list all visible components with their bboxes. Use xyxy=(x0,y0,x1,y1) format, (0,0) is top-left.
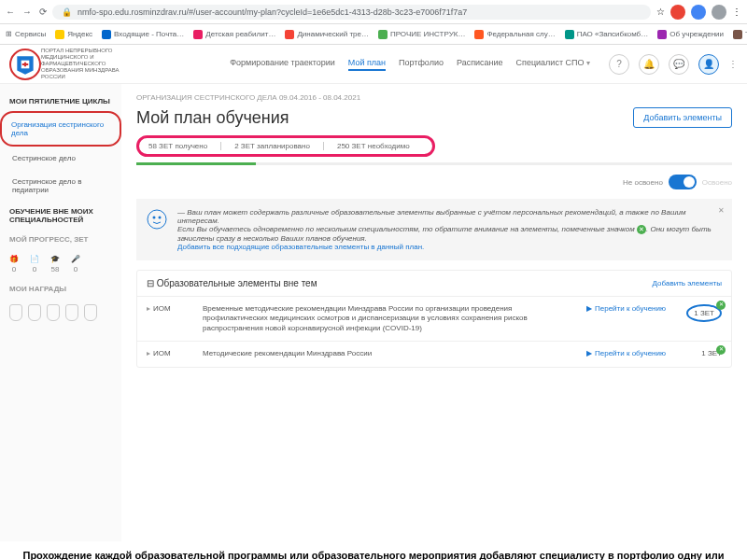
logo-text: ПОРТАЛ НЕПРЕРЫВНОГО МЕДИЦИНСКОГО И ФАРМА… xyxy=(41,48,134,81)
zet-stats: 58 ЗЕТ получено 2 ЗЕТ запланировано 250 … xyxy=(136,135,435,157)
sidebar-title-cycles: МОИ ПЯТИЛЕТНИЕ ЦИКЛЫ xyxy=(0,91,121,111)
nav-arrows: ← → ⟳ xyxy=(6,7,47,17)
bookmark-item[interactable]: Федеральная слу… xyxy=(474,30,555,39)
breadcrumb: ОРГАНИЗАЦИЯ СЕСТРИНСКОГО ДЕЛА 09.04.2016… xyxy=(136,93,732,102)
ext-icon[interactable] xyxy=(670,5,685,20)
sidebar-title-other: ОБУЧЕНИЕ ВНЕ МОИХ СПЕЦИАЛЬНОСТЕЙ xyxy=(0,202,121,230)
zet-received: 58 ЗЕТ получено xyxy=(148,142,221,150)
menu-dots-icon[interactable]: ⋮ xyxy=(728,59,738,69)
nav-tabs: Формирование траектории Мой план Портфол… xyxy=(230,58,590,71)
progress-icons: 🎁0 📄0 🎓58 🎤0 xyxy=(0,249,121,279)
awards-row xyxy=(0,299,121,327)
bell-icon[interactable]: 🔔 xyxy=(639,54,659,75)
award-icon xyxy=(47,304,60,321)
course-row: ▸ИОМ Методические рекомендации Минздрава… xyxy=(137,341,731,366)
course-desc: Временные методические рекомендации Минз… xyxy=(203,304,577,333)
multi-badge-icon: ✕ xyxy=(637,225,646,234)
award-icon xyxy=(28,304,41,321)
profile-avatar[interactable] xyxy=(691,5,706,20)
svg-point-0 xyxy=(148,210,166,229)
reload-icon[interactable]: ⟳ xyxy=(39,7,47,17)
tab-trajectory[interactable]: Формирование траектории xyxy=(230,58,335,71)
bookmark-item[interactable]: ПАО «Запсибкомб… xyxy=(565,30,649,39)
toggle-row: Не освоено Освоено xyxy=(136,175,732,189)
forward-icon[interactable]: → xyxy=(22,7,32,17)
app-header: ПОРТАЛ НЕПРЕРЫВНОГО МЕДИЦИНСКОГО И ФАРМА… xyxy=(0,45,747,84)
course-link[interactable]: ▶Перейти к обучению xyxy=(586,349,666,357)
bookmark-item[interactable]: Тюменская госуда… xyxy=(733,30,747,39)
prog-grad: 🎓58 xyxy=(50,255,60,273)
sidebar-title-progress: МОЙ ПРОГРЕСС, ЗЕТ xyxy=(0,230,121,249)
course-type: ▸ИОМ xyxy=(147,304,193,313)
bookmark-item[interactable]: Детская реабилит… xyxy=(193,30,275,39)
header-icons: ? 🔔 💬 👤 ⋮ xyxy=(609,54,738,75)
browser-toolbar: ← → ⟳ 🔒 nmfo-spo.edu.rosminzdrav.ru/#/us… xyxy=(0,0,747,24)
course-desc: Методические рекомендации Минздрава Росс… xyxy=(203,349,577,358)
elements-section: ⊟ Образовательные элементы вне тем Добав… xyxy=(136,270,732,368)
course-zet: 1 ЗЕТ✕ xyxy=(675,349,722,357)
mastered-toggle[interactable] xyxy=(669,175,697,189)
browser-profile-icons: ☆ ⋮ xyxy=(656,5,741,20)
progress-bar xyxy=(136,162,732,165)
toggle-label-right: Освоено xyxy=(702,178,732,187)
course-zet: 1 ЗЕТ✕ xyxy=(675,304,722,322)
course-type: ▸ИОМ xyxy=(147,349,193,357)
add-elements-button[interactable]: Добавить элементы xyxy=(633,107,732,128)
prog-doc: 📄0 xyxy=(30,255,39,273)
bookmark-item[interactable]: Входящие - Почта… xyxy=(102,30,184,39)
tab-myplan[interactable]: Мой план xyxy=(348,58,386,71)
info-box: — Ваш план может содержать различные обр… xyxy=(136,199,732,260)
award-icon xyxy=(65,304,78,321)
sidebar: МОИ ПЯТИЛЕТНИЕ ЦИКЛЫ Организация сестрин… xyxy=(0,84,121,541)
svg-point-2 xyxy=(159,217,162,219)
svg-point-1 xyxy=(153,217,156,219)
bookmark-item[interactable]: Яндекс xyxy=(55,30,92,39)
course-row: ▸ИОМ Временные методические рекомендации… xyxy=(137,296,731,341)
zet-planned: 2 ЗЕТ запланировано xyxy=(234,142,324,150)
logo-circled xyxy=(9,49,41,80)
sidebar-item-pediatrics[interactable]: Сестринское дело в педиатрии xyxy=(0,170,121,202)
sidebar-title-awards: МОИ НАГРАДЫ xyxy=(0,279,121,299)
help-icon[interactable]: ? xyxy=(609,54,629,75)
prog-mic: 🎤0 xyxy=(71,255,80,273)
url-text: nmfo-spo.edu.rosminzdrav.ru/#/user-accou… xyxy=(78,7,467,17)
course-link[interactable]: ▶Перейти к обучению xyxy=(586,304,666,313)
section-toggle[interactable]: ⊟ Образовательные элементы вне тем xyxy=(147,278,317,288)
tab-portfolio[interactable]: Портфолио xyxy=(399,58,444,71)
user-icon[interactable]: 👤 xyxy=(698,54,719,75)
tab-schedule[interactable]: Расписание xyxy=(457,58,503,71)
slide-caption: Прохождение каждой образовательной прогр… xyxy=(0,541,747,560)
section-title: Образовательные элементы вне тем xyxy=(157,278,317,288)
logo-icon xyxy=(13,52,37,77)
bookmark-item[interactable]: Динамический тре… xyxy=(285,30,369,39)
apps-icon[interactable]: ⊞ Сервисы xyxy=(6,30,46,38)
award-icon xyxy=(84,304,97,321)
sidebar-item-nursing[interactable]: Сестринское дело xyxy=(0,147,121,170)
close-icon[interactable]: ✕ xyxy=(718,206,725,215)
back-icon[interactable]: ← xyxy=(6,7,15,17)
bookmark-item[interactable]: ПРОЧИЕ ИНСТРУК… xyxy=(378,30,465,39)
bookmark-item[interactable]: Об учреждении xyxy=(657,30,724,39)
award-icon xyxy=(9,304,22,321)
lock-icon: 🔒 xyxy=(62,7,72,17)
page-title: Мой план обучения xyxy=(136,108,289,128)
tab-specialist[interactable]: Специалист СПО ▾ xyxy=(516,58,590,71)
bookmarks-bar: ⊞ Сервисы Яндекс Входящие - Почта… Детск… xyxy=(0,24,747,45)
url-bar[interactable]: 🔒 nmfo-spo.edu.rosminzdrav.ru/#/user-acc… xyxy=(52,5,651,20)
ext-icon-2[interactable] xyxy=(712,5,726,20)
toggle-label-left: Не освоено xyxy=(623,178,663,187)
robot-icon xyxy=(146,208,168,231)
prog-gift: 🎁0 xyxy=(9,255,19,273)
chat-icon[interactable]: 💬 xyxy=(669,54,689,75)
star-icon[interactable]: ☆ xyxy=(656,7,665,17)
menu-icon[interactable]: ⋮ xyxy=(732,7,741,17)
add-all-link[interactable]: Добавить все подходящие образовательные … xyxy=(177,243,723,251)
main-content: ОРГАНИЗАЦИЯ СЕСТРИНСКОГО ДЕЛА 09.04.2016… xyxy=(121,84,747,541)
section-add-link[interactable]: Добавить элементы xyxy=(653,279,722,287)
zet-required: 250 ЗЕТ необходимо xyxy=(337,142,423,150)
sidebar-item-org[interactable]: Организация сестринского дела xyxy=(0,111,121,147)
